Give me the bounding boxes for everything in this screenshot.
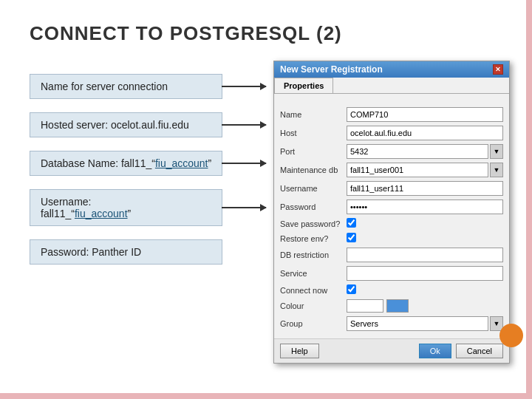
field-save-password-row [347, 218, 503, 229]
field-username-label: Username [280, 184, 347, 193]
dialog-form: Name Host Port ▼ Maintenance db ▼ [280, 106, 503, 332]
field-group-row: ▼ [347, 316, 503, 331]
dialog-footer: Help Ok Cancel [274, 338, 509, 363]
dialog-close-button[interactable]: ✕ [493, 64, 503, 75]
hosted-server-text: Hosted server: ocelot.aul.fiu.edu [41, 119, 189, 131]
dialog-footer-right: Ok Cancel [419, 344, 503, 358]
field-port-input[interactable] [347, 144, 488, 159]
database-name-suffix: ” [208, 157, 211, 169]
colour-box-blue[interactable] [386, 299, 409, 313]
database-name-prefix: Database Name: fall11_“ [41, 157, 155, 169]
field-name-input[interactable] [347, 107, 503, 122]
maintenance-dropdown-arrow[interactable]: ▼ [490, 163, 503, 177]
dialog-window: New Server Registration ✕ Properties Nam… [273, 61, 510, 364]
username-underline: fiu_account [75, 208, 128, 219]
border-accent-bottom [0, 393, 532, 399]
field-maintenance-label: Maintenance db [280, 166, 347, 174]
field-service-input[interactable] [347, 266, 503, 281]
orange-circle [499, 324, 523, 347]
cancel-button[interactable]: Cancel [456, 344, 503, 358]
field-port-label: Port [280, 147, 347, 156]
hosted-server-label: Hosted server: ocelot.aul.fiu.edu [30, 112, 222, 137]
arrow-4 [222, 207, 266, 208]
slide: CONNECT TO POSTGRESQL (2) Name for serve… [0, 0, 532, 399]
port-dropdown-arrow[interactable]: ▼ [490, 144, 503, 159]
border-accent-right [526, 0, 532, 399]
password-label-box: Password: Panther ID [30, 239, 222, 265]
help-button[interactable]: Help [280, 344, 319, 358]
field-host-label: Host [280, 129, 347, 137]
field-save-password-checkbox[interactable] [347, 218, 356, 228]
field-host-input[interactable] [347, 126, 503, 140]
arrow-2 [222, 124, 266, 126]
field-maintenance-input[interactable] [347, 163, 488, 177]
field-service-label: Service [280, 269, 347, 278]
database-name-label: Database Name: fall11_“fiu_account” [30, 151, 222, 176]
field-port-row: ▼ [347, 144, 503, 159]
field-restore-env-label: Restore env? [280, 234, 347, 243]
field-username-input[interactable] [347, 181, 503, 196]
field-maintenance-row: ▼ [347, 163, 503, 177]
username-label-box: Username: fall11_“fiu_account” [30, 189, 222, 226]
field-save-password-label: Save password? [280, 219, 347, 228]
username-line1: Username: [41, 196, 211, 208]
database-name-underline: fiu_account [155, 157, 208, 169]
field-db-restriction-label: DB restriction [280, 250, 347, 259]
username-line2: fall11_“fiu_account” [41, 208, 211, 219]
field-db-restriction-input[interactable] [347, 248, 503, 262]
tab-properties[interactable]: Properties [274, 78, 333, 93]
name-connection-text: Name for server connection [41, 81, 168, 92]
arrow-3 [222, 163, 266, 164]
field-connect-now-row [347, 284, 503, 296]
field-connect-now-label: Connect now [280, 286, 347, 295]
password-text: Password: Panther ID [41, 246, 141, 258]
field-colour-row [347, 299, 503, 313]
field-password-input[interactable] [347, 200, 503, 214]
dialog-body: Name Host Port ▼ Maintenance db ▼ [274, 100, 509, 338]
field-restore-env-checkbox[interactable] [347, 233, 356, 242]
name-connection-label: Name for server connection [30, 74, 222, 99]
arrow-1 [222, 86, 266, 87]
dialog-title: New Server Registration [280, 64, 383, 75]
field-group-label: Group [280, 319, 347, 328]
field-colour-label: Colour [280, 301, 347, 310]
colour-box-white[interactable] [347, 299, 383, 313]
field-password-label: Password [280, 202, 347, 211]
left-panel: Name for server connection Hosted server… [30, 74, 222, 265]
field-restore-env-row [347, 233, 503, 244]
dialog-titlebar: New Server Registration ✕ [274, 61, 509, 78]
dialog-tabs: Properties [274, 78, 509, 94]
field-group-input[interactable] [347, 316, 488, 331]
dialog-controls: ✕ [493, 64, 503, 75]
slide-title: CONNECT TO POSTGRESQL (2) [30, 22, 502, 45]
field-connect-now-checkbox[interactable] [347, 284, 356, 294]
field-name-label: Name [280, 110, 347, 119]
ok-button[interactable]: Ok [419, 344, 451, 358]
